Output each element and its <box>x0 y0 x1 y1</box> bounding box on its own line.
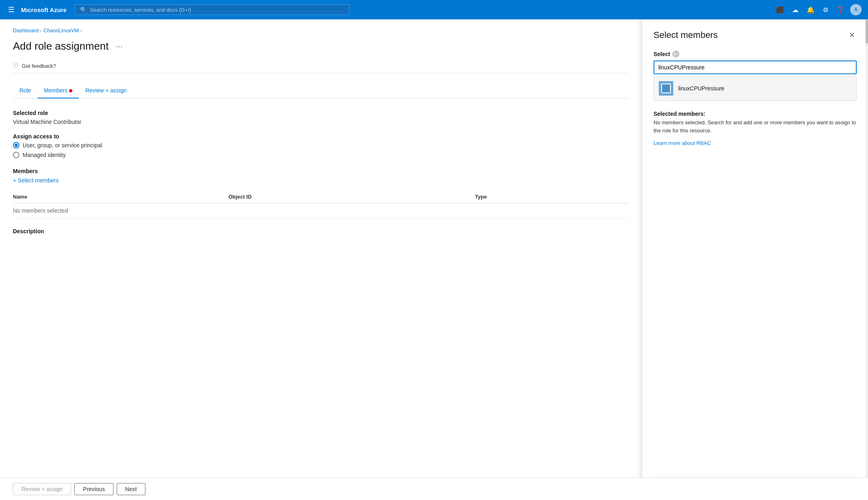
selected-members-section: Selected members: No members selected. S… <box>654 111 857 475</box>
next-button[interactable]: Next <box>117 483 145 495</box>
empty-message: No members selected <box>13 203 229 218</box>
description-section: Description <box>13 228 629 234</box>
terminal-icon[interactable]: ⬛ <box>773 4 786 16</box>
result-item-linux-cpu[interactable]: linuxCPUPressure <box>654 76 856 100</box>
breadcrumb-sep-1: › <box>40 28 42 33</box>
radio-managed-identity[interactable]: Managed identity <box>13 152 629 158</box>
assign-access-label: Assign access to <box>13 133 629 140</box>
nav-icons: ⬛ ☁ 🔔 ⚙ ❓ A <box>773 4 862 16</box>
panel-scroll-area: Select ⓘ linuxCPUPressure Selected membe… <box>654 51 857 475</box>
bell-icon[interactable]: 🔔 <box>804 4 817 16</box>
member-search-input[interactable] <box>654 61 857 74</box>
breadcrumb: Dashboard › ChaosLinuxVM › <box>13 27 629 33</box>
help-icon[interactable]: ❓ <box>834 4 847 16</box>
settings-icon[interactable]: ⚙ <box>820 4 831 16</box>
selected-members-desc: No members selected. Search for and add … <box>654 119 857 134</box>
tab-role[interactable]: Role <box>13 83 38 98</box>
radio-circle-user-group <box>13 142 19 149</box>
top-navigation: ☰ Microsoft Azure 🔍 ⬛ ☁ 🔔 ⚙ ❓ A <box>0 0 868 19</box>
selected-role-value: Virtual Machine Contributor <box>13 119 629 125</box>
tab-members[interactable]: Members <box>38 83 79 98</box>
feedback-bar: ♡ Got feedback? <box>13 59 629 73</box>
breadcrumb-dashboard[interactable]: Dashboard <box>13 27 39 33</box>
close-panel-button[interactable]: ✕ <box>847 29 857 41</box>
more-options-button[interactable]: ··· <box>113 41 125 52</box>
search-icon: 🔍 <box>80 6 87 13</box>
page-title-row: Add role assignment ··· <box>13 40 629 52</box>
select-members-panel: Select members ✕ Select ⓘ linuxCPUPressu… <box>642 19 868 500</box>
cloud-upload-icon[interactable]: ☁ <box>790 4 801 16</box>
search-bar: 🔍 <box>75 4 349 15</box>
select-field-label: Select ⓘ <box>654 51 857 57</box>
table-row-empty: No members selected <box>13 203 629 218</box>
tab-dot <box>69 89 72 92</box>
panel-scrollbar <box>866 19 868 500</box>
col-header-type: Type <box>475 190 629 203</box>
hamburger-icon[interactable]: ☰ <box>6 4 16 16</box>
brand-name: Microsoft Azure <box>21 6 67 13</box>
members-table: Name Object ID Type No members selected <box>13 190 629 218</box>
members-section: Members + Select members Name Object ID … <box>13 168 629 218</box>
breadcrumb-vm[interactable]: ChaosLinuxVM <box>43 27 79 33</box>
search-results: linuxCPUPressure <box>654 76 857 101</box>
page-title: Add role assignment <box>13 40 109 52</box>
feedback-link[interactable]: Got feedback? <box>22 63 56 69</box>
content-area: Dashboard › ChaosLinuxVM › Add role assi… <box>0 19 868 500</box>
result-item-name: linuxCPUPressure <box>678 85 724 92</box>
panel-title: Select members <box>654 30 718 40</box>
info-icon[interactable]: ⓘ <box>673 51 679 57</box>
description-label: Description <box>13 228 629 234</box>
access-radio-group: User, group, or service principal Manage… <box>13 142 629 158</box>
feedback-icon: ♡ <box>13 62 19 70</box>
bottom-bar: Review + assign Previous Next <box>0 477 868 500</box>
tab-review[interactable]: Review + assign <box>79 83 133 98</box>
radio-circle-managed <box>13 152 19 158</box>
panel-scrollbar-thumb <box>866 19 868 44</box>
result-item-icon <box>659 81 673 96</box>
selected-role-label: Selected role <box>13 110 629 116</box>
radio-user-group[interactable]: User, group, or service principal <box>13 142 629 149</box>
col-header-objectid: Object ID <box>229 190 475 203</box>
breadcrumb-sep-2: › <box>80 28 82 33</box>
members-section-label: Members <box>13 168 629 174</box>
main-panel: Dashboard › ChaosLinuxVM › Add role assi… <box>0 19 642 500</box>
form-content: Selected role Virtual Machine Contributo… <box>13 110 629 234</box>
previous-button[interactable]: Previous <box>74 483 113 495</box>
avatar[interactable]: A <box>850 4 862 15</box>
result-item-icon-inner <box>661 84 671 93</box>
select-members-link[interactable]: + Select members <box>13 177 59 184</box>
panel-header: Select members ✕ <box>654 29 857 41</box>
rbac-learn-more-link[interactable]: Learn more about RBAC <box>654 140 711 146</box>
selected-members-label: Selected members: <box>654 111 857 117</box>
review-assign-button[interactable]: Review + assign <box>13 483 71 495</box>
tabs: Role Members Review + assign <box>13 83 629 98</box>
search-input[interactable] <box>90 7 344 13</box>
col-header-name: Name <box>13 190 229 203</box>
